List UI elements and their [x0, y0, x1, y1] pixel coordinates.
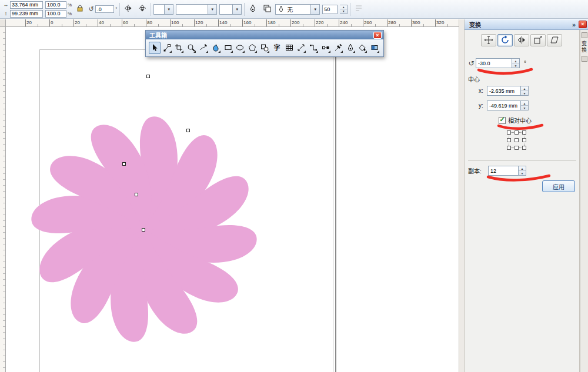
- scale-x-input[interactable]: [45, 1, 66, 9]
- size-tab-button[interactable]: [530, 34, 546, 46]
- center-y-input[interactable]: [487, 100, 521, 110]
- docker-title: 变换: [469, 20, 481, 29]
- rectangle-tool-button[interactable]: [222, 42, 234, 54]
- smart-fill-tool-button[interactable]: [210, 42, 222, 54]
- copies-spinner-up-button[interactable]: ▲: [519, 166, 526, 171]
- flyout-indicator-icon: [267, 51, 269, 53]
- anchor-point-checkbox[interactable]: [522, 138, 526, 142]
- eyedropper-tool-button[interactable]: [332, 42, 344, 54]
- lock-ratio-button[interactable]: [74, 4, 86, 15]
- anchor-point-checkbox[interactable]: [507, 130, 511, 135]
- ruler-tick: [49, 19, 50, 26]
- outline-pen-tool-button[interactable]: [345, 42, 356, 54]
- nudge-offset-input[interactable]: [322, 5, 338, 14]
- nudge-spinner-down-button[interactable]: ▼: [340, 9, 347, 14]
- anchor-point-checkbox[interactable]: [507, 138, 511, 142]
- rotation-angle-spinner-up-button[interactable]: ▲: [512, 59, 519, 63]
- layers-button[interactable]: [261, 4, 273, 15]
- style-combo[interactable]: ▼: [176, 4, 217, 15]
- anchor-point-checkbox[interactable]: [514, 138, 519, 142]
- connector-tool-button[interactable]: [308, 42, 319, 54]
- dimension-tool-button[interactable]: [296, 42, 308, 54]
- pick-tool-button[interactable]: [149, 42, 161, 54]
- shape-tool-button[interactable]: [161, 42, 173, 54]
- drawing-canvas[interactable]: [6, 27, 459, 372]
- center-y-spinner-down-button[interactable]: ▼: [521, 106, 528, 110]
- interactive-fill-tool-button[interactable]: [369, 42, 380, 54]
- copies-spinner-down-button[interactable]: ▼: [519, 171, 526, 175]
- chevron-down-icon[interactable]: ▼: [208, 5, 216, 14]
- scale-mirror-tab-button[interactable]: [514, 34, 529, 46]
- center-x-input[interactable]: [487, 86, 521, 96]
- anchor-point-checkbox[interactable]: [522, 130, 526, 135]
- flyout-indicator-icon: [303, 51, 306, 53]
- chevron-down-icon[interactable]: ▼: [164, 5, 173, 14]
- object-width-input[interactable]: [10, 1, 43, 9]
- copies-input[interactable]: [488, 166, 519, 176]
- toolbox-titlebar[interactable]: 工具箱 ×: [146, 31, 383, 39]
- anchor-point-checkbox[interactable]: [507, 146, 511, 150]
- toolbox-window: 工具箱 × 字: [145, 30, 384, 57]
- selection-node-handle[interactable]: [186, 129, 190, 132]
- units-combo[interactable]: ▼: [153, 4, 173, 15]
- basic-shapes-tool-button[interactable]: [259, 42, 270, 54]
- mirror-vertical-button[interactable]: [136, 4, 148, 15]
- selection-node-handle[interactable]: [122, 162, 126, 166]
- anchor-point-checkbox[interactable]: [514, 146, 519, 150]
- docker-tab-icon[interactable]: [582, 56, 587, 62]
- position-tab-button[interactable]: [481, 34, 496, 46]
- rotation-tab-button[interactable]: [497, 34, 513, 46]
- scale-mirror-tab-icon: [517, 35, 526, 46]
- ruler-tick: [122, 19, 122, 26]
- nudge-spinner-up-button[interactable]: ▲: [340, 5, 347, 10]
- nib-icon: [276, 5, 285, 14]
- object-height-input[interactable]: [10, 10, 43, 18]
- center-x-spinner-up-button[interactable]: ▲: [521, 86, 528, 91]
- fill-tool-button[interactable]: [357, 42, 369, 54]
- docker-rotation-angle-input[interactable]: [476, 58, 512, 68]
- chevron-down-icon[interactable]: ▼: [310, 5, 319, 14]
- blend-tool-button[interactable]: [320, 42, 332, 54]
- outline-pen-button[interactable]: [247, 4, 259, 15]
- center-y-spinner-up-button[interactable]: ▲: [521, 101, 528, 106]
- docker-titlebar[interactable]: 变换 » ×: [465, 19, 588, 30]
- outline-width-combo[interactable]: 无 ▼: [275, 4, 320, 15]
- mirror-horizontal-button[interactable]: [122, 4, 134, 15]
- flyout-indicator-icon: [340, 51, 343, 53]
- check-mark-icon: ✓: [499, 116, 505, 123]
- layers-icon: [263, 4, 271, 14]
- vertical-scrollbar[interactable]: [459, 19, 465, 372]
- table-tool-button[interactable]: [283, 42, 295, 54]
- small-combo[interactable]: ▼: [219, 4, 242, 15]
- docker-tab-icon[interactable]: [582, 32, 587, 38]
- docker-close-button[interactable]: ×: [579, 21, 587, 28]
- ruler-label: 180: [268, 20, 275, 25]
- docker-tab-label[interactable]: 变换: [580, 41, 588, 53]
- relative-center-checkbox[interactable]: ✓: [499, 117, 506, 124]
- anchor-point-checkbox[interactable]: [514, 130, 519, 135]
- text-tool-button[interactable]: 字: [271, 42, 283, 54]
- freehand-tool-button[interactable]: [198, 42, 209, 54]
- center-x-spinner-down-button[interactable]: ▼: [521, 91, 528, 95]
- rotation-angle-spinner-down-button[interactable]: ▼: [512, 63, 519, 68]
- selection-node-handle[interactable]: [135, 193, 138, 196]
- ellipse-tool-button[interactable]: [235, 42, 246, 54]
- zoom-tool-button[interactable]: [185, 42, 197, 54]
- mirror-horizontal-icon: [124, 4, 132, 14]
- polygon-tool-button[interactable]: [246, 42, 258, 54]
- rotation-angle-input[interactable]: [95, 5, 114, 13]
- ruler-tick: [303, 24, 303, 26]
- chevron-down-icon[interactable]: ▼: [232, 5, 241, 14]
- scale-y-input[interactable]: [45, 10, 66, 18]
- selection-node-handle[interactable]: [146, 75, 150, 78]
- crop-tool-button[interactable]: [173, 42, 185, 54]
- anchor-point-checkbox[interactable]: [522, 146, 526, 150]
- ruler-tick: [315, 19, 315, 26]
- toolbox-close-button[interactable]: ×: [373, 32, 382, 39]
- selection-node-handle[interactable]: [142, 228, 145, 232]
- apply-button[interactable]: 应用: [542, 180, 575, 192]
- skew-tab-button[interactable]: [547, 34, 562, 46]
- docker-chevron-button[interactable]: »: [569, 21, 579, 28]
- center-x-row: x: ▲▼: [479, 86, 529, 96]
- ruler-label: 140: [219, 20, 227, 25]
